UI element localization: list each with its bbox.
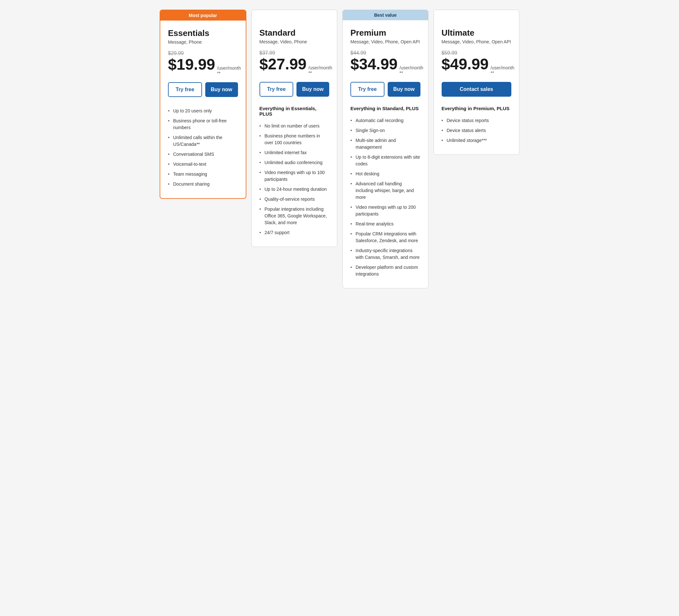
essentials-current-price: $19.99/user/month ** bbox=[168, 57, 238, 76]
plan-card-ultimate: placeholderUltimateMessage, Video, Phone… bbox=[433, 10, 520, 155]
premium-current-price: $34.99/user/month ** bbox=[350, 57, 420, 75]
standard-current-price: $27.99/user/month ** bbox=[260, 57, 329, 75]
essentials-name: Essentials bbox=[168, 28, 238, 38]
premium-button-group: Try freeBuy now bbox=[350, 82, 420, 97]
list-item: Device status reports bbox=[442, 116, 512, 126]
ultimate-price-period: /user/month ** bbox=[490, 65, 514, 75]
premium-price-value: $34.99 bbox=[350, 57, 398, 72]
standard-price-value: $27.99 bbox=[260, 57, 307, 72]
premium-feature-heading: Everything in Standard, PLUS bbox=[350, 106, 420, 111]
list-item: Voicemail-to-text bbox=[168, 159, 238, 169]
essentials-try-button[interactable]: Try free bbox=[168, 82, 202, 97]
ultimate-subtitle: Message, Video, Phone, Open API bbox=[442, 39, 512, 44]
standard-original-price: $37.99 bbox=[260, 50, 329, 56]
list-item: Up to 8-digit extensions with site codes bbox=[350, 152, 420, 169]
list-item: Hot desking bbox=[350, 169, 420, 179]
standard-buy-button[interactable]: Buy now bbox=[296, 82, 329, 97]
standard-try-button[interactable]: Try free bbox=[260, 82, 294, 97]
list-item: Unlimited internet fax bbox=[260, 148, 329, 158]
ultimate-contact-button[interactable]: Contact sales bbox=[442, 82, 512, 97]
list-item: Industry-specific integrations with Canv… bbox=[350, 246, 420, 262]
list-item: Popular CRM integrations with Salesforce… bbox=[350, 229, 420, 246]
premium-try-button[interactable]: Try free bbox=[350, 82, 385, 97]
standard-price-period: /user/month ** bbox=[308, 65, 332, 75]
list-item: Advanced call handling including whisper… bbox=[350, 179, 420, 202]
premium-buy-button[interactable]: Buy now bbox=[388, 82, 420, 97]
ultimate-body: UltimateMessage, Video, Phone, Open API$… bbox=[434, 20, 519, 155]
list-item: Team messaging bbox=[168, 169, 238, 179]
list-item: Automatic call recording bbox=[350, 116, 420, 126]
list-item: Popular integrations including Office 36… bbox=[260, 204, 329, 228]
essentials-feature-list: Up to 20 users onlyBusiness phone or tol… bbox=[168, 106, 238, 189]
premium-price-period: /user/month ** bbox=[399, 65, 423, 75]
plan-card-standard: placeholderStandardMessage, Video, Phone… bbox=[252, 10, 337, 247]
ultimate-current-price: $49.99/user/month ** bbox=[442, 57, 512, 75]
ultimate-price-value: $49.99 bbox=[442, 57, 489, 72]
ultimate-name: Ultimate bbox=[442, 28, 512, 38]
ultimate-button-group: Contact sales bbox=[442, 82, 512, 97]
ultimate-feature-list: Device status reportsDevice status alert… bbox=[442, 116, 512, 145]
essentials-price-value: $19.99 bbox=[168, 57, 215, 72]
list-item: 24/7 support bbox=[260, 228, 329, 238]
premium-badge: Best value bbox=[343, 10, 428, 20]
pricing-container: Most popularEssentialsMessage, Phone$29.… bbox=[160, 10, 519, 288]
ultimate-feature-heading: Everything in Premium, PLUS bbox=[442, 106, 512, 111]
premium-original-price: $44.99 bbox=[350, 50, 420, 56]
premium-name: Premium bbox=[350, 28, 420, 38]
standard-body: StandardMessage, Video, Phone$37.99$27.9… bbox=[252, 20, 337, 247]
essentials-badge: Most popular bbox=[160, 10, 246, 21]
list-item: Video meetings with up to 100 participan… bbox=[260, 168, 329, 184]
list-item: No limit on number of users bbox=[260, 121, 329, 131]
list-item: Real-time analytics bbox=[350, 219, 420, 229]
essentials-original-price: $29.99 bbox=[168, 51, 238, 56]
list-item: Up to 20 users only bbox=[168, 106, 238, 116]
premium-subtitle: Message, Video, Phone, Open API bbox=[350, 39, 420, 44]
list-item: Unlimited audio conferencing bbox=[260, 158, 329, 168]
standard-feature-list: No limit on number of usersBusiness phon… bbox=[260, 121, 329, 238]
standard-button-group: Try freeBuy now bbox=[260, 82, 329, 97]
premium-feature-list: Automatic call recordingSingle Sign-onMu… bbox=[350, 116, 420, 279]
list-item: Business phone numbers in over 100 count… bbox=[260, 131, 329, 148]
essentials-subtitle: Message, Phone bbox=[168, 39, 238, 45]
standard-name: Standard bbox=[260, 28, 329, 38]
list-item: Up to 24-hour meeting duration bbox=[260, 184, 329, 194]
essentials-price-period: /user/month ** bbox=[217, 66, 241, 76]
list-item: Unlimited calls within the US/Canada** bbox=[168, 133, 238, 149]
premium-body: PremiumMessage, Video, Phone, Open API$4… bbox=[343, 20, 428, 288]
list-item: Conversational SMS bbox=[168, 149, 238, 159]
list-item: Quality-of-service reports bbox=[260, 194, 329, 204]
list-item: Video meetings with up to 200 participan… bbox=[350, 202, 420, 219]
list-item: Single Sign-on bbox=[350, 126, 420, 135]
ultimate-original-price: $59.99 bbox=[442, 50, 512, 56]
essentials-body: EssentialsMessage, Phone$29.99$19.99/use… bbox=[160, 21, 246, 198]
plan-card-essentials: Most popularEssentialsMessage, Phone$29.… bbox=[160, 10, 246, 199]
list-item: Device status alerts bbox=[442, 126, 512, 135]
standard-subtitle: Message, Video, Phone bbox=[260, 39, 329, 44]
essentials-button-group: Try freeBuy now bbox=[168, 82, 238, 97]
list-item: Multi-site admin and management bbox=[350, 135, 420, 152]
list-item: Developer platform and custom integratio… bbox=[350, 262, 420, 279]
plan-card-premium: Best valuePremiumMessage, Video, Phone, … bbox=[343, 10, 428, 288]
list-item: Business phone or toll-free numbers bbox=[168, 116, 238, 133]
list-item: Unlimited storage*** bbox=[442, 135, 512, 145]
essentials-buy-button[interactable]: Buy now bbox=[205, 82, 238, 97]
standard-feature-heading: Everything in Essentials, PLUS bbox=[260, 106, 329, 117]
list-item: Document sharing bbox=[168, 179, 238, 189]
